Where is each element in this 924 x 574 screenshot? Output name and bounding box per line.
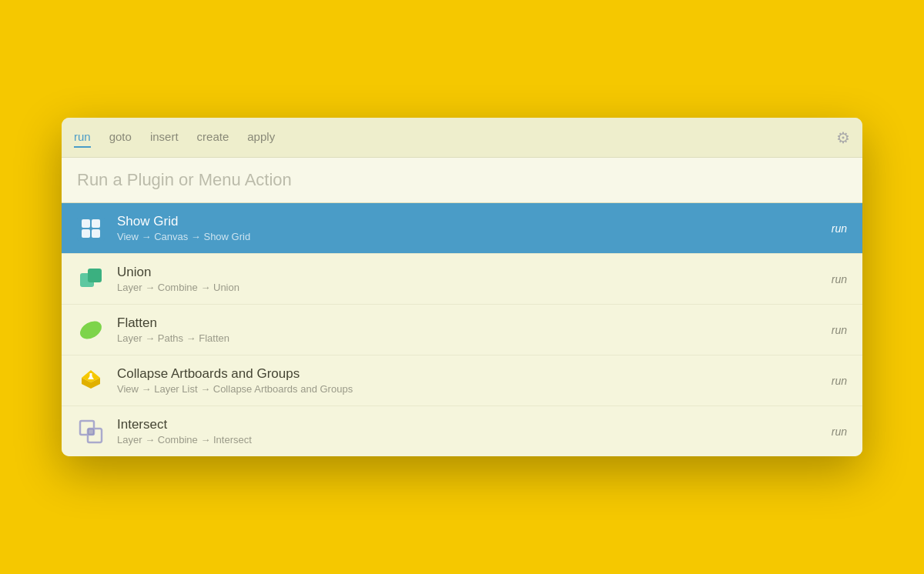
show-grid-run[interactable]: run	[832, 222, 847, 235]
show-grid-path: View → Canvas → Show Grid	[117, 231, 832, 242]
search-bar	[62, 158, 862, 203]
intersect-title: Intersect	[117, 417, 832, 432]
union-title: Union	[117, 265, 832, 280]
collapse-path: View → Layer List → Collapse Artboards a…	[117, 383, 832, 395]
tab-create[interactable]: create	[197, 127, 229, 148]
svg-rect-2	[82, 229, 90, 238]
collapse-title: Collapse Artboards and Groups	[117, 366, 832, 382]
union-icon	[77, 265, 105, 293]
intersect-run[interactable]: run	[832, 425, 847, 438]
flatten-content: Flatten Layer → Paths → Flatten	[117, 315, 832, 344]
result-union[interactable]: Union Layer → Combine → Union run	[62, 254, 862, 305]
show-grid-icon	[77, 215, 105, 242]
svg-rect-1	[92, 219, 100, 228]
command-palette: run goto insert create apply ⚙ Show Grid	[62, 118, 862, 456]
svg-rect-3	[92, 229, 100, 238]
flatten-path: Layer → Paths → Flatten	[117, 332, 832, 344]
tab-insert[interactable]: insert	[150, 127, 179, 148]
svg-rect-10	[90, 373, 92, 377]
svg-point-6	[77, 317, 105, 342]
collapse-content: Collapse Artboards and Groups View → Lay…	[117, 366, 832, 395]
show-grid-title: Show Grid	[117, 214, 832, 229]
show-grid-content: Show Grid View → Canvas → Show Grid	[117, 214, 832, 242]
tab-goto[interactable]: goto	[109, 127, 132, 148]
search-input[interactable]	[77, 170, 847, 190]
union-path: Layer → Combine → Union	[117, 282, 832, 293]
collapse-run[interactable]: run	[832, 375, 847, 387]
tabs-bar: run goto insert create apply ⚙	[62, 118, 862, 158]
flatten-icon	[77, 316, 105, 344]
svg-rect-5	[88, 269, 102, 282]
results-list: Show Grid View → Canvas → Show Grid run …	[62, 203, 862, 456]
intersect-content: Intersect Layer → Combine → Intersect	[117, 417, 832, 446]
tab-apply[interactable]: apply	[247, 127, 275, 148]
result-intersect[interactable]: Intersect Layer → Combine → Intersect ru…	[62, 406, 862, 456]
flatten-title: Flatten	[117, 315, 832, 331]
settings-icon[interactable]: ⚙	[836, 128, 850, 147]
flatten-run[interactable]: run	[832, 324, 847, 336]
result-collapse[interactable]: Collapse Artboards and Groups View → Lay…	[62, 355, 862, 406]
tab-run[interactable]: run	[74, 127, 91, 148]
intersect-path: Layer → Combine → Intersect	[117, 434, 832, 446]
intersect-icon	[77, 418, 105, 446]
collapse-icon	[77, 367, 105, 395]
result-flatten[interactable]: Flatten Layer → Paths → Flatten run	[62, 305, 862, 355]
svg-rect-0	[82, 219, 90, 228]
union-content: Union Layer → Combine → Union	[117, 265, 832, 293]
svg-rect-13	[88, 429, 94, 435]
result-show-grid[interactable]: Show Grid View → Canvas → Show Grid run	[62, 203, 862, 254]
union-run[interactable]: run	[832, 273, 847, 285]
tabs-container: run goto insert create apply	[74, 127, 275, 148]
